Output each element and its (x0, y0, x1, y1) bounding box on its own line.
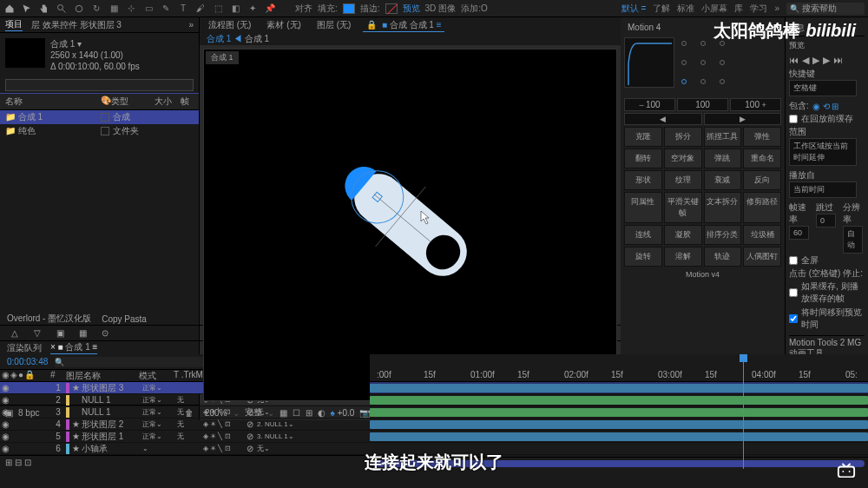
timeline-current-time[interactable]: 0:00:03:48 (7, 357, 48, 366)
ov-icon-1[interactable]: △ (7, 327, 23, 340)
layer-row[interactable]: ◉4★形状图层 2正常⌄无◈ ☀ ╲ ⊡⊘2. NULL 1⌄ (0, 419, 370, 431)
motion-btn[interactable]: 人偶图钉 (743, 247, 781, 267)
play-icon[interactable]: ▶ (812, 55, 819, 66)
motion-btn[interactable]: 拆分 (664, 127, 702, 147)
playfrom-dd[interactable]: 当前时间 (789, 181, 857, 198)
track-row[interactable] (370, 394, 868, 406)
ov-icon-5[interactable]: ⊙ (97, 327, 113, 340)
motion-val-3[interactable]: 100 + (730, 98, 781, 111)
fullscreen-checkbox[interactable] (789, 256, 798, 265)
motion-btn[interactable]: 排序分类 (704, 225, 742, 245)
motion-btn[interactable]: 修剪路径 (743, 192, 781, 223)
ov-icon-2[interactable]: ▽ (30, 327, 45, 340)
layer-row[interactable]: ◉5★形状图层 1正常⌄无◈ ☀ ╲ ⊡⊘3. NULL 1⌄ (0, 431, 370, 443)
stroke-label[interactable]: 描边: (360, 3, 380, 15)
orbit-tool-icon[interactable] (73, 3, 85, 15)
motion-btn[interactable]: 重命名 (743, 148, 781, 168)
cached-checkbox[interactable] (789, 288, 798, 297)
track-row[interactable] (370, 431, 868, 443)
breadcrumb-a[interactable]: 合成 1 ◀ (207, 33, 242, 45)
motion-btn[interactable]: 文本拆分 (704, 192, 742, 223)
motion-btn[interactable]: 反向 (743, 170, 781, 190)
shortcut-dd[interactable]: 空格键 (789, 80, 857, 96)
project-search[interactable] (5, 79, 194, 91)
motion-btn[interactable]: 空对象 (664, 148, 702, 168)
brush-tool-icon[interactable]: 🖌 (194, 3, 207, 15)
tab-effects[interactable]: 层 效果控件 形状图层 3 (31, 19, 122, 31)
rotate-tool-icon[interactable]: ↻ (90, 3, 102, 15)
col-fps[interactable]: 帧 (181, 96, 189, 108)
project-row[interactable]: 📁 纯色文件夹 (0, 124, 199, 138)
motion-btn[interactable]: 旋转 (624, 247, 662, 267)
motion-btn[interactable]: 衰减 (704, 170, 742, 190)
workspace-study[interactable]: 学习 (750, 3, 767, 15)
panel-menu-icon[interactable]: » (188, 20, 194, 30)
first-frame-icon[interactable]: ⏮ (789, 55, 799, 66)
text-tool-icon[interactable]: T (177, 3, 189, 15)
motion-btn[interactable]: 轨迹 (704, 247, 742, 267)
motion-btn[interactable]: 溶解 (664, 247, 702, 267)
motion-btn[interactable]: 形状 (624, 170, 662, 190)
stroke-swatch[interactable] (385, 3, 398, 14)
include-icon[interactable]: ◉ ⟲ ⊞ (812, 102, 839, 111)
motion-btn[interactable]: 纹理 (664, 170, 702, 190)
motion-btn[interactable]: 翻转 (624, 148, 662, 168)
fps-dd[interactable]: 60 (789, 226, 809, 240)
workspace-learn[interactable]: 了解 (653, 3, 670, 15)
snap-label[interactable]: 对齐 (295, 3, 312, 15)
home-icon[interactable] (3, 3, 16, 15)
hand-tool-icon[interactable] (38, 3, 50, 15)
tab-comp-tl[interactable]: × ■ 合成 1 ≡ (50, 341, 97, 354)
puppet-tool-icon[interactable]: 📌 (264, 3, 276, 15)
res-dd[interactable]: 自动 (843, 226, 863, 254)
tab-footage[interactable]: 素材 (无) (263, 19, 304, 31)
anchor-grid[interactable] (678, 37, 735, 95)
track-row[interactable] (370, 382, 868, 394)
roto-tool-icon[interactable]: ✦ (247, 3, 259, 15)
workspace-small[interactable]: 小屏幕 (701, 3, 727, 15)
motion-slider-r[interactable]: ▶ (704, 113, 782, 125)
motion-btn[interactable]: 弹性 (743, 127, 781, 147)
cache-checkbox[interactable] (789, 115, 798, 123)
eraser-tool-icon[interactable]: ◧ (229, 3, 241, 15)
track-row[interactable] (370, 406, 868, 419)
camera-tool-icon[interactable]: ▦ (108, 3, 120, 15)
motion-slider-l[interactable]: ◀ (624, 113, 702, 125)
3d-label[interactable]: 3D 图像 (425, 3, 457, 15)
overlord-tab[interactable]: Overlord - 墨忆汉化版 (7, 313, 91, 325)
col-name[interactable]: 名称 (5, 96, 101, 108)
tab-layer[interactable]: 图层 (无) (313, 19, 354, 31)
shape-tool-icon[interactable]: ▭ (142, 3, 155, 15)
tab-flowchart[interactable]: 流程图 (无) (205, 19, 254, 31)
motion-btn[interactable]: 弹跳 (704, 148, 742, 168)
skip-dd[interactable]: 0 (816, 214, 836, 228)
workspace-standard[interactable]: 标准 (677, 3, 694, 15)
motion-btn[interactable]: 垃圾桶 (743, 225, 781, 245)
motion-btn[interactable]: 抓捏工具 (704, 127, 742, 147)
zoom-tool-icon[interactable] (56, 3, 68, 15)
comp-thumbnail[interactable] (5, 38, 45, 68)
movetime-checkbox[interactable] (789, 314, 798, 323)
ov-icon-3[interactable]: ▣ (52, 327, 68, 340)
motion-btn[interactable]: 克隆 (624, 127, 662, 147)
viewport[interactable]: 合成 1 (203, 49, 617, 401)
workspace-default[interactable]: 默认 = (621, 3, 647, 15)
motion-btn[interactable]: 连线 (624, 225, 662, 245)
tab-comp-active[interactable]: 🔒 ■ 合成 合成 1 ≡ (363, 19, 444, 32)
motion-btn[interactable]: 凝胶 (664, 225, 702, 245)
layer-row[interactable]: ◉3NULL 1正常⌄无◈ ☀ ╲ ⊡⊘无⌄ (0, 406, 370, 419)
tab-render-queue[interactable]: 渲染队列 (7, 342, 42, 354)
canvas-shape[interactable] (315, 129, 506, 320)
col-size[interactable]: 大小 (155, 96, 181, 108)
col-type[interactable]: 类型 (111, 96, 155, 108)
project-row[interactable]: 📁 合成 1合成 (0, 110, 199, 124)
search-help[interactable]: 🔍 搜索帮助 (786, 3, 865, 15)
selection-tool-icon[interactable] (21, 3, 33, 15)
preview-label[interactable]: 预览 (403, 3, 420, 15)
motion-btn[interactable]: 平滑关键帧 (664, 192, 702, 223)
col-mode[interactable]: 模式 (139, 370, 174, 381)
next-frame-icon[interactable]: ▶ (823, 55, 830, 66)
track-row[interactable] (370, 419, 868, 431)
col-layer-name[interactable]: 图层名称 (66, 370, 139, 381)
tab-project[interactable]: 项目 (5, 18, 23, 31)
